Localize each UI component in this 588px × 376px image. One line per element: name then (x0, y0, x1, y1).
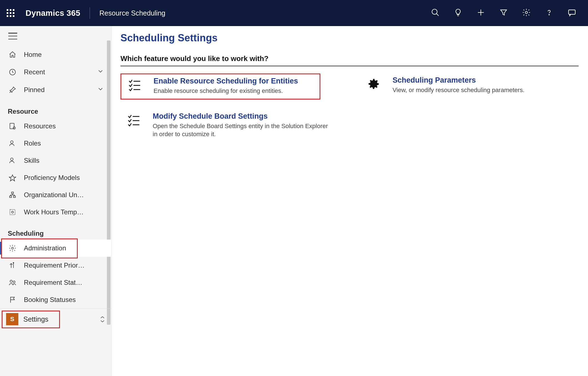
sidebar: Home Recent Pinned (0, 26, 112, 376)
gear-icon (367, 77, 380, 91)
svg-rect-9 (10, 123, 14, 129)
tile-scheduling-parameters[interactable]: Scheduling Parameters View, or modify re… (360, 73, 529, 98)
svg-point-0 (432, 9, 437, 14)
topbar: Dynamics 365 Resource Scheduling (0, 0, 588, 26)
svg-point-18 (12, 211, 14, 213)
sidebar-item-label: Work Hours Temp… (24, 208, 104, 216)
area-switcher[interactable]: S Settings (0, 308, 111, 330)
tile-title: Enable Resource Scheduling for Entities (154, 77, 298, 85)
tile-title: Modify Schedule Board Settings (153, 112, 330, 121)
sidebar-item-requirement-priorities[interactable]: Requirement Prior… (0, 257, 111, 274)
tile-desc: Enable resource scheduling for existing … (154, 87, 298, 95)
tile-enable-resource-scheduling[interactable]: Enable Resource Scheduling for Entities … (120, 73, 320, 100)
svg-line-1 (436, 14, 439, 16)
sidebar-section-scheduling: Scheduling (0, 221, 111, 240)
sidebar-item-label: Recent (24, 68, 97, 76)
sidebar-item-resources[interactable]: Resources (0, 118, 111, 135)
tile-desc: Open the Schedule Board Settings entity … (153, 122, 330, 138)
tile-desc: View, or modify resource scheduling para… (393, 86, 524, 94)
assistant-icon[interactable] (567, 8, 576, 18)
sidebar-item-roles[interactable]: Roles (0, 135, 111, 152)
sidebar-item-label: Skills (24, 157, 104, 164)
sidebar-item-requirement-statuses[interactable]: Requirement Stat… (0, 274, 111, 291)
svg-rect-14 (12, 192, 14, 194)
topbar-actions (431, 8, 576, 18)
org-icon (8, 191, 17, 199)
people-icon (8, 278, 17, 287)
gear-icon[interactable] (522, 8, 531, 18)
area-badge: S (6, 313, 18, 325)
svg-rect-15 (10, 196, 12, 198)
person-icon (8, 139, 17, 148)
sidebar-item-label: Administration (24, 244, 104, 252)
svg-point-23 (13, 281, 15, 283)
sidebar-item-label: Pinned (24, 86, 97, 94)
waffle-icon[interactable] (6, 8, 16, 18)
sidebar-item-home[interactable]: Home (0, 46, 111, 63)
svg-point-19 (12, 247, 14, 249)
sidebar-item-skills[interactable]: Skills (0, 152, 111, 169)
sidebar-item-label: Proficiency Models (24, 174, 104, 182)
sidebar-item-pinned[interactable]: Pinned (0, 81, 111, 99)
template-icon (8, 208, 17, 216)
person-icon (8, 156, 17, 165)
checklist-icon (127, 113, 140, 127)
page-title: Scheduling Settings (120, 32, 579, 44)
svg-rect-17 (10, 210, 15, 215)
area-label: Settings (23, 315, 48, 323)
svg-point-22 (10, 280, 12, 282)
sidebar-item-proficiency-models[interactable]: Proficiency Models (0, 169, 111, 186)
sidebar-item-label: Resources (24, 122, 104, 130)
page-subtitle: Which feature would you like to work wit… (120, 54, 579, 66)
sidebar-item-label: Roles (24, 139, 104, 147)
help-icon[interactable] (545, 8, 554, 18)
svg-point-12 (11, 158, 13, 161)
divider (90, 7, 90, 19)
lightbulb-icon[interactable] (454, 8, 463, 18)
filter-icon[interactable] (499, 8, 508, 18)
clock-icon (8, 68, 17, 76)
checklist-icon (128, 78, 141, 92)
sidebar-item-label: Requirement Stat… (24, 279, 104, 286)
svg-point-5 (549, 14, 549, 15)
sidebar-item-work-hours-templates[interactable]: Work Hours Temp… (0, 204, 111, 221)
sidebar-item-recent[interactable]: Recent (0, 63, 111, 81)
hamburger-icon[interactable] (8, 33, 17, 39)
plus-icon[interactable] (476, 8, 485, 18)
sidebar-section-resource: Resource (0, 99, 111, 118)
tile-modify-schedule-board[interactable]: Modify Schedule Board Settings Open the … (120, 110, 335, 142)
gear-icon (8, 244, 17, 252)
svg-point-4 (525, 11, 527, 14)
sidebar-item-organizational-units[interactable]: Organizational Un… (0, 186, 111, 204)
chevron-down-icon (97, 68, 104, 77)
pin-icon (8, 86, 17, 94)
star-icon (8, 174, 17, 182)
flag-icon (8, 296, 17, 304)
sidebar-item-label: Requirement Prior… (24, 261, 104, 269)
resources-icon (8, 122, 17, 130)
sidebar-item-administration[interactable]: Administration (0, 240, 111, 257)
priority-icon (8, 261, 17, 270)
svg-rect-6 (569, 10, 575, 14)
sidebar-item-label: Booking Statuses (24, 296, 104, 304)
tile-title: Scheduling Parameters (393, 76, 524, 85)
home-icon (8, 50, 17, 59)
search-icon[interactable] (431, 8, 440, 18)
app-name[interactable]: Resource Scheduling (99, 9, 165, 17)
svg-point-11 (11, 141, 13, 143)
svg-marker-13 (9, 175, 16, 181)
updown-icon (100, 316, 105, 323)
svg-rect-16 (14, 196, 16, 198)
sidebar-item-label: Home (24, 51, 104, 59)
brand[interactable]: Dynamics 365 (26, 9, 80, 18)
main-content: Scheduling Settings Which feature would … (112, 26, 588, 376)
svg-point-21 (13, 262, 14, 263)
chevron-down-icon (97, 85, 104, 94)
sidebar-item-label: Organizational Un… (24, 191, 104, 199)
sidebar-item-booking-statuses[interactable]: Booking Statuses (0, 291, 111, 308)
